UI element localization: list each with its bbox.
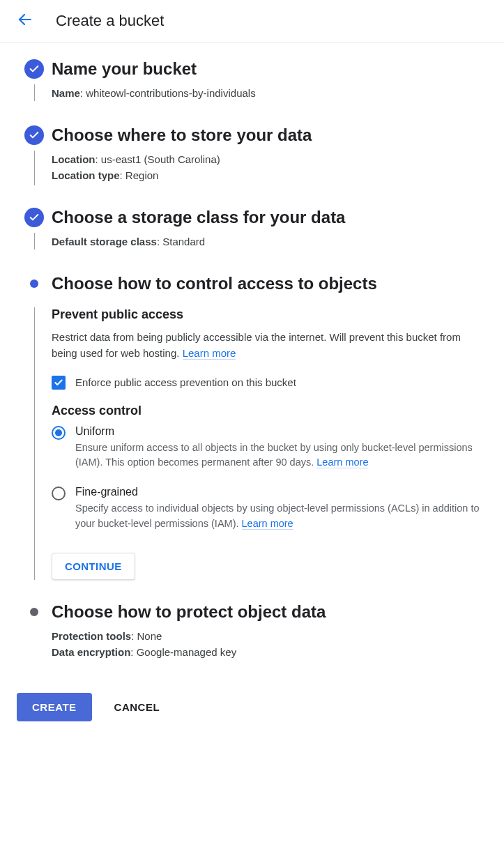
summary-location: Location: us-east1 (South Carolina) [52, 153, 487, 165]
prevent-public-access-desc: Restrict data from being publicly access… [52, 329, 487, 362]
learn-more-link[interactable]: Learn more [183, 347, 236, 360]
summary-data-encryption: Data encryption: Google-managed key [52, 646, 487, 658]
check-icon [24, 208, 44, 227]
step-location[interactable]: Choose where to store your data Location… [17, 125, 487, 185]
step-access-control: Choose how to control access to objects … [17, 274, 487, 580]
learn-more-link[interactable]: Learn more [242, 518, 293, 530]
step-title: Choose how to control access to objects [52, 274, 487, 293]
radio-label: Uniform [75, 425, 487, 438]
radio-label: Fine-grained [75, 486, 487, 498]
prevent-public-access-heading: Prevent public access [52, 307, 487, 322]
page-header: Create a bucket [0, 0, 504, 43]
radio-description: Specify access to individual objects by … [75, 501, 487, 532]
cancel-button[interactable]: CANCEL [114, 701, 160, 713]
enforce-prevention-checkbox[interactable]: Enforce public access prevention on this… [52, 376, 487, 390]
radio-selected-icon [52, 426, 66, 440]
footer-actions: CREATE CANCEL [0, 684, 504, 738]
summary-name: Name: whiteowl-contributions-by-individu… [52, 87, 487, 99]
step-title: Choose a storage class for your data [52, 208, 487, 227]
summary-storage-class: Default storage class: Standard [52, 236, 487, 247]
radio-fine-grained[interactable]: Fine-grained Specify access to individua… [52, 486, 487, 532]
create-button[interactable]: CREATE [17, 693, 92, 721]
step-storage-class[interactable]: Choose a storage class for your data Def… [17, 208, 487, 252]
back-arrow-icon[interactable] [17, 11, 33, 31]
current-step-dot-icon [30, 279, 38, 288]
checkbox-checked-icon [52, 376, 66, 390]
access-control-heading: Access control [52, 404, 487, 418]
continue-button[interactable]: CONTINUE [52, 553, 135, 580]
radio-unselected-icon [52, 487, 66, 500]
summary-location-type: Location type: Region [52, 169, 487, 181]
radio-description: Ensure uniform access to all objects in … [75, 441, 487, 471]
pending-step-dot-icon [30, 608, 38, 616]
step-title: Choose where to store your data [52, 125, 487, 145]
step-protect-data[interactable]: Choose how to protect object data Protec… [17, 602, 487, 662]
radio-uniform[interactable]: Uniform Ensure uniform access to all obj… [52, 425, 487, 471]
learn-more-link[interactable]: Learn more [316, 457, 368, 468]
checkbox-label: Enforce public access prevention on this… [75, 376, 296, 388]
step-title: Name your bucket [52, 59, 487, 79]
step-name-bucket[interactable]: Name your bucket Name: whiteowl-contribu… [17, 59, 487, 103]
summary-protection-tools: Protection tools: None [52, 630, 487, 642]
check-icon [24, 125, 44, 145]
page-title: Create a bucket [56, 12, 164, 30]
step-title: Choose how to protect object data [52, 602, 487, 622]
check-icon [24, 59, 44, 79]
